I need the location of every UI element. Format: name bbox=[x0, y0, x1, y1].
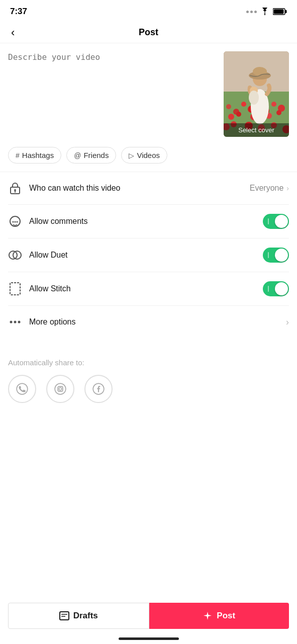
allow-stitch-row: Allow Stitch bbox=[8, 272, 289, 306]
svg-point-9 bbox=[241, 102, 246, 107]
duet-icon bbox=[8, 248, 22, 262]
stitch-icon bbox=[8, 282, 22, 296]
share-icons-row bbox=[8, 375, 289, 403]
drafts-label: Drafts bbox=[73, 611, 98, 621]
play-icon: ▷ bbox=[129, 151, 134, 159]
post-sparkle-icon bbox=[203, 611, 213, 621]
toggle-line bbox=[268, 218, 269, 224]
allow-comments-row: Allow comments bbox=[8, 205, 289, 238]
videos-label: Videos bbox=[137, 151, 160, 159]
video-section: Select cover bbox=[0, 43, 297, 143]
more-options-chevron: › bbox=[286, 317, 289, 328]
svg-point-49 bbox=[62, 386, 63, 387]
svg-point-44 bbox=[18, 321, 21, 324]
more-dots-icon bbox=[8, 315, 22, 329]
svg-rect-51 bbox=[60, 612, 69, 620]
svg-point-45 bbox=[17, 383, 28, 394]
svg-point-0 bbox=[264, 14, 266, 16]
allow-stitch-label: Allow Stitch bbox=[29, 284, 71, 293]
svg-point-19 bbox=[276, 110, 281, 115]
header-title: Post bbox=[139, 27, 158, 38]
allow-comments-label: Allow comments bbox=[29, 217, 87, 226]
hashtag-icon: # bbox=[16, 151, 20, 159]
svg-point-31 bbox=[249, 91, 259, 105]
allow-stitch-left: Allow Stitch bbox=[8, 282, 71, 296]
settings-section: Who can watch this video Everyone › bbox=[0, 172, 297, 338]
friends-pill[interactable]: @ Friends bbox=[66, 147, 116, 164]
tag-pills: # Hashtags @ Friends ▷ Videos bbox=[0, 143, 297, 172]
more-options-row[interactable]: More options › bbox=[8, 306, 289, 338]
more-options-label: More options bbox=[29, 317, 76, 327]
svg-point-36 bbox=[13, 221, 14, 223]
drafts-icon bbox=[59, 611, 69, 620]
svg-point-38 bbox=[17, 221, 18, 223]
status-bar: 7:37 bbox=[0, 0, 297, 22]
post-button[interactable]: Post bbox=[149, 603, 289, 629]
svg-point-13 bbox=[271, 102, 276, 107]
hashtags-label: Hashtags bbox=[22, 151, 54, 159]
toggle-line bbox=[268, 286, 269, 292]
video-thumbnail[interactable]: Select cover bbox=[224, 51, 289, 137]
hashtags-pill[interactable]: # Hashtags bbox=[8, 147, 61, 164]
friends-label: Friends bbox=[83, 151, 109, 159]
back-button[interactable]: ‹ bbox=[9, 24, 17, 41]
svg-point-46 bbox=[55, 383, 66, 394]
svg-point-15 bbox=[228, 114, 234, 120]
status-icons bbox=[246, 8, 287, 16]
toggle-knob bbox=[275, 282, 288, 295]
svg-point-48 bbox=[59, 387, 61, 390]
toggle-knob bbox=[275, 249, 288, 262]
select-cover-label[interactable]: Select cover bbox=[224, 123, 289, 137]
drafts-button[interactable]: Drafts bbox=[8, 603, 149, 629]
facebook-share-button[interactable] bbox=[84, 375, 113, 403]
description-input[interactable] bbox=[8, 51, 219, 127]
allow-comments-left: Allow comments bbox=[8, 214, 87, 228]
watch-visibility-left: Who can watch this video bbox=[8, 181, 120, 195]
main-content: Select cover # Hashtags @ Friends ▷ Vide… bbox=[0, 43, 297, 413]
whatsapp-icon bbox=[16, 382, 29, 395]
header: ‹ Post bbox=[0, 22, 297, 43]
share-label: Automatically share to: bbox=[8, 358, 289, 367]
allow-duet-label: Allow Duet bbox=[29, 251, 67, 260]
instagram-icon bbox=[54, 382, 67, 395]
comment-icon bbox=[8, 214, 22, 228]
svg-point-37 bbox=[15, 221, 16, 223]
battery-icon bbox=[273, 8, 287, 15]
signal-icon bbox=[246, 11, 257, 13]
svg-rect-41 bbox=[10, 283, 20, 295]
svg-point-42 bbox=[10, 321, 13, 324]
svg-point-43 bbox=[14, 321, 17, 324]
at-icon: @ bbox=[74, 151, 81, 159]
watch-visibility-row[interactable]: Who can watch this video Everyone › bbox=[8, 172, 289, 205]
svg-rect-2 bbox=[285, 10, 287, 13]
share-section: Automatically share to: bbox=[0, 338, 297, 413]
post-label: Post bbox=[217, 611, 235, 621]
more-options-left: More options bbox=[8, 315, 76, 329]
svg-rect-3 bbox=[274, 10, 284, 14]
chevron-right-icon: › bbox=[286, 184, 289, 192]
home-indicator bbox=[119, 637, 179, 640]
allow-duet-toggle[interactable] bbox=[263, 248, 289, 263]
facebook-icon bbox=[92, 382, 105, 395]
lock-icon bbox=[8, 181, 22, 195]
watch-visibility-value: Everyone bbox=[250, 184, 284, 193]
toggle-knob bbox=[275, 215, 288, 228]
svg-point-16 bbox=[236, 112, 241, 117]
bottom-bar: Drafts Post bbox=[0, 603, 297, 629]
watch-visibility-label: Who can watch this video bbox=[29, 184, 120, 193]
svg-point-7 bbox=[226, 104, 231, 109]
allow-comments-toggle[interactable] bbox=[263, 214, 289, 229]
toggle-line bbox=[268, 252, 269, 258]
instagram-share-button[interactable] bbox=[46, 375, 74, 403]
allow-stitch-toggle[interactable] bbox=[263, 281, 289, 296]
allow-duet-left: Allow Duet bbox=[8, 248, 67, 262]
allow-duet-row: Allow Duet bbox=[8, 238, 289, 272]
status-time: 7:37 bbox=[10, 7, 27, 17]
wifi-icon bbox=[260, 8, 270, 16]
whatsapp-share-button[interactable] bbox=[8, 375, 36, 403]
watch-visibility-right: Everyone › bbox=[250, 184, 289, 193]
videos-pill[interactable]: ▷ Videos bbox=[121, 147, 167, 164]
